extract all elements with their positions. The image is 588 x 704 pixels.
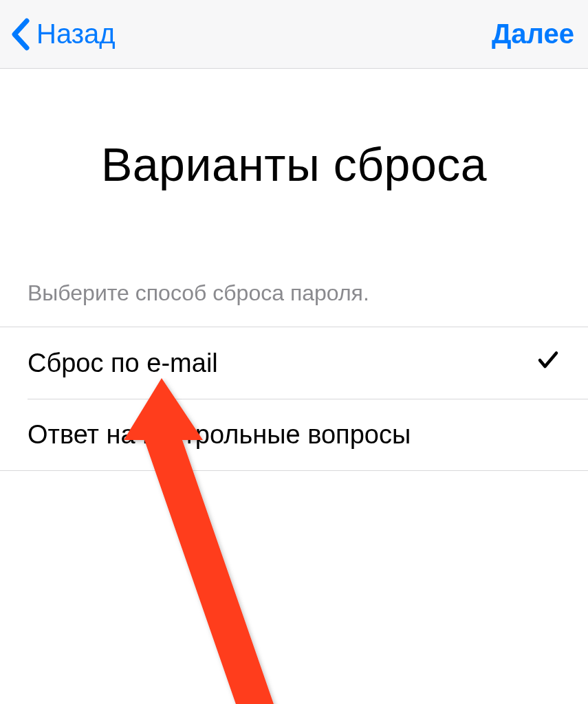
next-button[interactable]: Далее <box>492 19 574 50</box>
back-button[interactable]: Назад <box>10 17 116 52</box>
chevron-left-icon <box>10 17 31 52</box>
option-label: Сброс по e-mail <box>28 349 218 378</box>
next-label: Далее <box>492 19 574 49</box>
page-title: Варианты сброса <box>0 69 588 280</box>
option-label: Ответ на контрольные вопросы <box>28 420 411 450</box>
nav-bar: Назад Далее <box>0 0 588 69</box>
section-label: Выберите способ сброса пароля. <box>0 280 588 327</box>
option-email-reset[interactable]: Сброс по e-mail <box>0 327 588 399</box>
option-security-questions[interactable]: Ответ на контрольные вопросы <box>0 399 588 471</box>
back-label: Назад <box>36 19 116 50</box>
option-list: Сброс по e-mail Ответ на контрольные воп… <box>0 327 588 471</box>
check-icon <box>536 348 560 379</box>
